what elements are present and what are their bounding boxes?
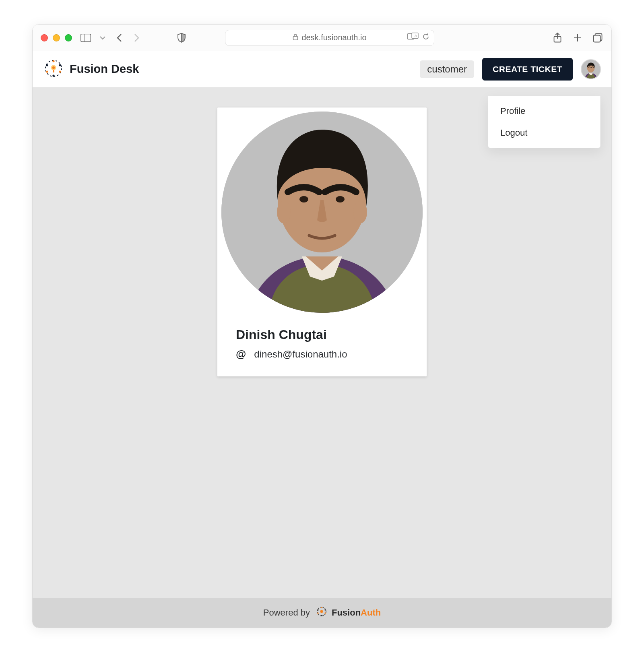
profile-email-row: @ dinesh@fusionauth.io	[236, 348, 423, 360]
fusionauth-brand[interactable]: FusionAuth	[316, 605, 381, 620]
svg-point-40	[320, 610, 323, 613]
svg-point-18	[46, 64, 48, 66]
svg-point-13	[52, 60, 54, 62]
address-url: desk.fusionauth.io	[301, 33, 366, 42]
svg-point-30	[336, 196, 345, 202]
user-avatar-menu-trigger[interactable]	[581, 59, 601, 79]
fusion-desk-logo-icon	[43, 58, 64, 81]
at-sign-icon: @	[236, 348, 246, 360]
svg-point-32	[353, 201, 367, 223]
window-minimize-icon[interactable]	[53, 34, 60, 41]
app-title: Fusion Desk	[70, 62, 139, 76]
fusionauth-logo-icon	[316, 605, 328, 620]
svg-rect-2	[293, 37, 298, 40]
profile-card: Dinish Chugtai @ dinesh@fusionauth.io	[217, 107, 427, 376]
tabs-overview-icon[interactable]	[592, 32, 603, 43]
svg-point-14	[59, 64, 61, 66]
window-zoom-icon[interactable]	[65, 34, 72, 41]
window-close-icon[interactable]	[41, 34, 48, 41]
avatar-icon	[582, 60, 600, 79]
svg-point-29	[299, 196, 308, 202]
chevron-down-icon[interactable]	[97, 32, 108, 43]
new-tab-icon[interactable]	[572, 32, 583, 43]
svg-rect-0	[81, 34, 91, 41]
svg-point-17	[46, 70, 48, 72]
reload-icon[interactable]	[422, 33, 430, 43]
privacy-shield-icon[interactable]	[176, 32, 187, 43]
user-dropdown-menu: Profile Logout	[488, 96, 601, 148]
nav-forward-button[interactable]	[131, 32, 142, 43]
svg-point-36	[324, 612, 326, 614]
share-icon[interactable]	[552, 32, 563, 43]
svg-point-20	[52, 66, 55, 68]
svg-point-34	[321, 607, 322, 608]
role-chip[interactable]: customer	[420, 60, 474, 78]
svg-rect-21	[53, 70, 54, 72]
address-bar[interactable]: desk.fusionauth.io A	[225, 30, 434, 46]
nav-back-button[interactable]	[114, 32, 125, 43]
svg-point-35	[324, 609, 326, 611]
app-content-area: Dinish Chugtai @ dinesh@fusionauth.io	[33, 87, 611, 598]
menu-item-logout[interactable]: Logout	[488, 122, 600, 144]
svg-point-38	[317, 612, 319, 614]
fusionauth-wordmark: FusionAuth	[332, 607, 381, 618]
menu-item-profile[interactable]: Profile	[488, 100, 600, 122]
svg-point-15	[59, 70, 61, 72]
svg-point-16	[52, 74, 54, 76]
svg-text:A: A	[415, 34, 417, 38]
profile-email: dinesh@fusionauth.io	[254, 349, 347, 360]
profile-name: Dinish Chugtai	[236, 327, 423, 342]
app-header: Fusion Desk customer CREATE TICKET	[33, 51, 611, 87]
svg-point-37	[321, 615, 322, 616]
browser-toolbar: desk.fusionauth.io A	[33, 25, 611, 51]
create-ticket-button[interactable]: CREATE TICKET	[482, 58, 573, 81]
app-logo[interactable]: Fusion Desk	[43, 58, 139, 81]
svg-point-31	[277, 201, 291, 223]
footer-powered-by: Powered by	[263, 607, 310, 618]
translate-icon[interactable]: A	[407, 33, 419, 43]
window-controls	[41, 34, 72, 41]
profile-avatar	[221, 112, 423, 313]
svg-point-39	[317, 609, 319, 611]
svg-rect-11	[594, 35, 601, 42]
app-footer: Powered by FusionAuth	[33, 598, 611, 628]
lock-icon	[293, 33, 298, 42]
sidebar-toggle-icon[interactable]	[80, 32, 91, 43]
